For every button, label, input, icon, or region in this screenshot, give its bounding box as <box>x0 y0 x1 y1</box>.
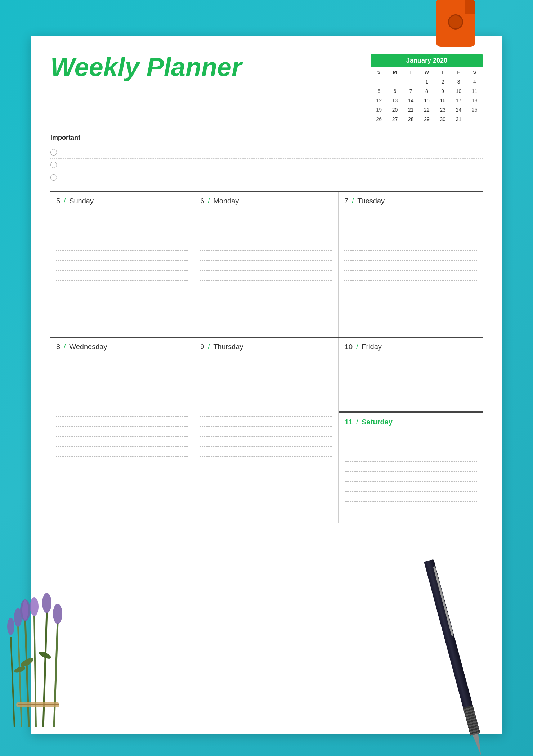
day-cell-monday: 6 / Monday <box>194 192 339 337</box>
important-section: Important <box>50 134 483 184</box>
friday-lines <box>345 356 477 406</box>
cal-day-1-4: 9 <box>435 86 451 96</box>
day-line-3 <box>56 230 188 240</box>
calendar-week-3: 12131415161718 <box>371 96 483 105</box>
cal-day-3-1: 20 <box>387 105 403 114</box>
flowers-decoration <box>0 547 97 727</box>
day-line-15 <box>200 497 332 507</box>
todo-item-1 <box>50 146 483 159</box>
calendar-body: 1234567891011121314151617181920212223242… <box>371 77 483 124</box>
day-line-1 <box>345 356 477 366</box>
day-line-11 <box>344 311 477 321</box>
cal-day-3-4: 23 <box>435 105 451 114</box>
day-line-10 <box>56 301 188 311</box>
cal-day-4-3: 29 <box>419 114 435 124</box>
day-line-7 <box>200 417 332 427</box>
calendar-week-2: 567891011 <box>371 86 483 96</box>
day-line-10 <box>200 447 332 457</box>
cal-day-2-2: 14 <box>403 96 419 105</box>
day-num-monday: 6 <box>200 197 204 205</box>
cal-dow-fri: F <box>451 67 466 77</box>
day-line-3 <box>200 376 332 386</box>
cal-day-1-2: 7 <box>403 86 419 96</box>
slash-friday: / <box>356 343 358 351</box>
day-name-friday: Friday <box>362 343 382 351</box>
day-line-2 <box>345 441 477 451</box>
day-line-8 <box>200 427 332 437</box>
sunday-lines <box>56 210 188 331</box>
slash-saturday: / <box>356 418 358 426</box>
cal-day-3-3: 22 <box>419 105 435 114</box>
day-line-8 <box>56 427 188 437</box>
day-name-tuesday: Tuesday <box>357 197 385 205</box>
day-line-11 <box>200 457 332 467</box>
cal-day-0-6: 4 <box>467 77 483 86</box>
day-cell-tuesday: 7 / Tuesday <box>339 192 483 337</box>
monday-lines <box>200 210 332 331</box>
svg-point-7 <box>22 600 28 620</box>
day-line-12 <box>56 321 188 331</box>
day-line-3 <box>56 376 188 386</box>
cal-day-3-6: 25 <box>467 105 483 114</box>
day-line-2 <box>200 366 332 376</box>
slash-monday: / <box>208 197 210 205</box>
cal-day-0-1 <box>387 77 403 86</box>
cal-day-3-0: 19 <box>371 105 387 114</box>
svg-point-12 <box>30 597 39 616</box>
week-row-1: 5 / Sunday 6 / Monday 7 / Tuesday <box>50 191 483 337</box>
day-header-tuesday: 7 / Tuesday <box>344 197 477 205</box>
day-line-6 <box>56 406 188 417</box>
day-line-8 <box>345 502 477 512</box>
todo-checkbox-2[interactable] <box>50 162 57 168</box>
day-line-7 <box>56 271 188 281</box>
cal-day-1-0: 5 <box>371 86 387 96</box>
day-line-4 <box>200 386 332 396</box>
day-line-1 <box>200 210 332 220</box>
cal-day-0-2 <box>403 77 419 86</box>
day-line-3 <box>345 376 477 386</box>
day-cell-saturday: 11 / Saturday <box>339 412 483 523</box>
day-line-8 <box>344 281 477 291</box>
day-line-1 <box>345 431 477 441</box>
pen-grip <box>463 705 480 736</box>
day-line-6 <box>200 406 332 417</box>
cal-day-2-3: 15 <box>419 96 435 105</box>
todo-checkbox-3[interactable] <box>50 174 57 181</box>
tuesday-lines <box>344 210 477 331</box>
day-line-6 <box>200 261 332 271</box>
day-line-14 <box>200 487 332 497</box>
week-row-2: 8 / Wednesday 9 / Thursday 10 / Friday <box>50 337 483 523</box>
mini-calendar: January 2020 S M T W T F S 1234567891011… <box>371 54 483 124</box>
cal-day-1-6: 11 <box>467 86 483 96</box>
flowers-svg <box>0 547 97 727</box>
calendar-week-1: 1234 <box>371 77 483 86</box>
day-line-16 <box>56 507 188 517</box>
slash-tuesday: / <box>352 197 354 205</box>
day-cell-wednesday: 8 / Wednesday <box>50 338 194 523</box>
cal-day-2-5: 17 <box>451 96 466 105</box>
day-line-3 <box>200 230 332 240</box>
day-header-friday: 10 / Friday <box>345 343 477 351</box>
slash-sunday: / <box>64 197 66 205</box>
day-line-5 <box>56 396 188 406</box>
day-name-saturday: Saturday <box>362 418 393 426</box>
day-header-monday: 6 / Monday <box>200 197 332 205</box>
cal-day-0-5: 3 <box>451 77 466 86</box>
calendar-month-year: January 2020 <box>371 54 483 67</box>
day-line-7 <box>200 271 332 281</box>
day-line-10 <box>344 301 477 311</box>
day-line-11 <box>56 457 188 467</box>
day-line-7 <box>344 271 477 281</box>
cal-day-2-4: 16 <box>435 96 451 105</box>
day-line-4 <box>56 240 188 251</box>
day-line-8 <box>200 281 332 291</box>
todo-checkbox-1[interactable] <box>50 149 57 156</box>
day-line-8 <box>56 281 188 291</box>
calendar-week-4: 19202122232425 <box>371 105 483 114</box>
day-line-14 <box>56 487 188 497</box>
cal-day-2-1: 13 <box>387 96 403 105</box>
day-header-sunday: 5 / Sunday <box>56 197 188 205</box>
slash-thursday: / <box>208 343 210 351</box>
day-header-wednesday: 8 / Wednesday <box>56 343 188 351</box>
day-line-4 <box>345 386 477 396</box>
